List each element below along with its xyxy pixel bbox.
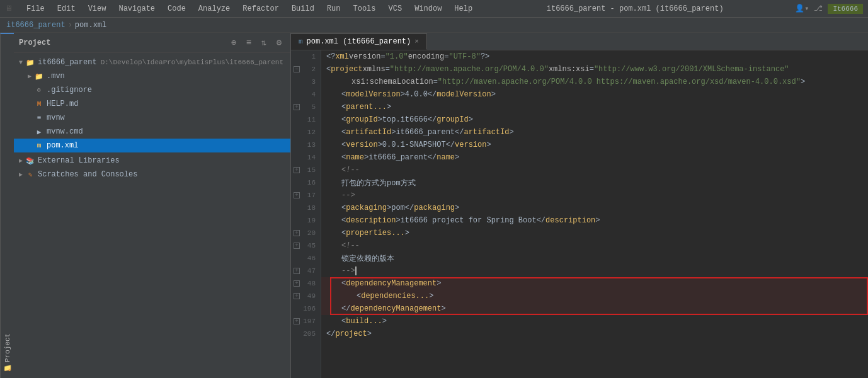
ln-3: 3 bbox=[291, 76, 321, 88]
menu-navigate[interactable]: Navigate bbox=[116, 3, 157, 14]
code-line-46: 锁定依赖的版本 bbox=[321, 252, 868, 265]
code-line-17: --> bbox=[321, 189, 868, 202]
project-tree: 📁 it6666_parent D:\Develop\IdeaPro\mybat… bbox=[14, 53, 290, 378]
root-path: D:\Develop\IdeaPro\mybatisPlus\it6666_pa… bbox=[101, 59, 283, 66]
ln-13: 13 bbox=[291, 139, 321, 151]
menu-file[interactable]: File bbox=[24, 3, 47, 14]
code-line-13: <version>0.0.1-SNAPSHOT</version> bbox=[321, 139, 868, 151]
project-panel-tab[interactable]: 📁 Project bbox=[0, 33, 14, 378]
editor-tab-pomxml[interactable]: m pom.xml (it6666_parent) × bbox=[291, 33, 427, 50]
xml-icon: m bbox=[34, 140, 44, 151]
pomxml-label: pom.xml bbox=[47, 141, 78, 150]
scratch-icon: ✎ bbox=[25, 169, 35, 180]
tree-item-help[interactable]: M HELP.md bbox=[14, 97, 290, 111]
lib-icon: 📚 bbox=[25, 156, 35, 166]
code-line-4: <modelVersion>4.0.0</modelVersion> bbox=[321, 88, 868, 101]
account-icon[interactable]: 👤▾ bbox=[795, 4, 809, 13]
ln-14: 14 bbox=[291, 151, 321, 164]
tree-root[interactable]: 📁 it6666_parent D:\Develop\IdeaPro\mybat… bbox=[14, 55, 290, 69]
menu-build[interactable]: Build bbox=[289, 3, 317, 14]
folder-icon: 📁 bbox=[34, 71, 44, 81]
fold-5[interactable]: + bbox=[294, 104, 300, 110]
code-line-49: <dependencies...> bbox=[321, 290, 868, 302]
ln-17: + 17 bbox=[291, 189, 321, 202]
ln-11: 11 bbox=[291, 113, 321, 126]
mvnwcmd-label: mvnw.cmd bbox=[47, 127, 83, 136]
code-line-5: <parent...> bbox=[321, 101, 868, 113]
menu-edit[interactable]: Edit bbox=[55, 3, 78, 14]
tree-item-mvnwcmd[interactable]: ▶ mvnw.cmd bbox=[14, 125, 290, 139]
fold-48[interactable]: + bbox=[294, 280, 300, 287]
main-layout: 📁 Project Project ⊕ ≡ ⇅ ⚙ 📁 it6666_paren… bbox=[0, 33, 868, 378]
editor-area: m pom.xml (it6666_parent) × 1 − 2 3 4 + … bbox=[291, 33, 868, 378]
user-badge[interactable]: It6666 bbox=[828, 4, 863, 14]
fold-47[interactable]: + bbox=[294, 268, 300, 274]
breadcrumb-file[interactable]: pom.xml bbox=[75, 21, 106, 30]
fold-17[interactable]: + bbox=[294, 192, 300, 198]
cmd-icon: ▶ bbox=[34, 127, 44, 137]
collapse-all-button[interactable]: ≡ bbox=[243, 37, 255, 49]
ln-48: + 48 bbox=[291, 277, 321, 290]
menu-code[interactable]: Code bbox=[165, 3, 188, 14]
code-line-1: <?xml version="1.0" encoding="UTF-8"?> bbox=[321, 50, 868, 63]
scratches-arrow[interactable] bbox=[16, 170, 25, 179]
menu-tools[interactable]: Tools bbox=[351, 3, 379, 14]
code-content[interactable]: <?xml version="1.0" encoding="UTF-8"?> <… bbox=[321, 50, 868, 378]
menu-window[interactable]: Window bbox=[412, 3, 444, 14]
project-icon: 📁 bbox=[25, 57, 35, 67]
menu-analyze[interactable]: Analyze bbox=[196, 3, 232, 14]
ln-20: + 20 bbox=[291, 227, 321, 239]
vcs-icon[interactable]: ⎇ bbox=[814, 4, 823, 13]
code-line-20: <properties...> bbox=[321, 227, 868, 239]
project-tab-label: Project bbox=[4, 333, 11, 362]
menu-vcs[interactable]: VCS bbox=[386, 3, 405, 14]
tree-item-mvn[interactable]: 📁 .mvn bbox=[14, 69, 290, 83]
tree-item-scratches[interactable]: ✎ Scratches and Consoles bbox=[14, 168, 290, 181]
code-line-47: --> bbox=[321, 265, 868, 277]
line-gutter: 1 − 2 3 4 + 5 11 12 13 14 + 15 bbox=[291, 50, 321, 378]
ln-49: + 49 bbox=[291, 290, 321, 302]
ln-197: + 197 bbox=[291, 315, 321, 328]
scratches-label: Scratches and Consoles bbox=[38, 170, 137, 179]
menu-run[interactable]: Run bbox=[324, 3, 343, 14]
code-line-2: <project xmlns="http://maven.apache.org/… bbox=[321, 63, 868, 76]
fold-49[interactable]: + bbox=[294, 293, 300, 299]
code-wrapper: <?xml version="1.0" encoding="UTF-8"?> <… bbox=[321, 50, 868, 340]
ln-45: + 45 bbox=[291, 239, 321, 252]
window-title: it6666_parent - pom.xml (it6666_parent) bbox=[475, 4, 795, 13]
fold-15[interactable]: + bbox=[294, 167, 300, 173]
fold-197[interactable]: + bbox=[294, 318, 300, 324]
fold-2[interactable]: − bbox=[294, 66, 300, 72]
ln-12: 12 bbox=[291, 126, 321, 139]
tree-item-mvnw[interactable]: ≡ mvnw bbox=[14, 111, 290, 125]
code-line-197: <build...> bbox=[321, 315, 868, 328]
fold-45[interactable]: + bbox=[294, 243, 300, 249]
breadcrumb-root[interactable]: it6666_parent bbox=[6, 21, 66, 30]
settings-button[interactable]: ⚙ bbox=[273, 37, 285, 49]
tree-item-gitignore[interactable]: ⚙ .gitignore bbox=[14, 83, 290, 97]
mvn-arrow[interactable] bbox=[25, 72, 34, 81]
tree-item-extlibs[interactable]: 📚 External Libraries bbox=[14, 154, 290, 168]
expand-button[interactable]: ⇅ bbox=[258, 37, 270, 49]
tab-bar: m pom.xml (it6666_parent) × bbox=[291, 33, 868, 50]
project-tab-icon: 📁 bbox=[3, 365, 11, 373]
locate-file-button[interactable]: ⊕ bbox=[227, 37, 240, 49]
ln-47: + 47 bbox=[291, 265, 321, 277]
ln-15: + 15 bbox=[291, 164, 321, 176]
extlibs-arrow[interactable] bbox=[16, 156, 25, 165]
tab-close-button[interactable]: × bbox=[414, 38, 419, 45]
mvn-label: .mvn bbox=[47, 72, 65, 81]
code-line-14: <name>it6666_parent</name> bbox=[321, 151, 868, 164]
menu-view[interactable]: View bbox=[86, 3, 109, 14]
ln-16: 16 bbox=[291, 176, 321, 189]
menu-refactor[interactable]: Refactor bbox=[240, 3, 282, 14]
fold-20[interactable]: + bbox=[294, 230, 300, 236]
code-line-19: <description>it6666 project for Spring B… bbox=[321, 214, 868, 227]
code-line-15: <!-- bbox=[321, 164, 868, 176]
tree-item-pomxml[interactable]: m pom.xml bbox=[14, 139, 290, 152]
menu-help[interactable]: Help bbox=[452, 3, 475, 14]
ln-18: 18 bbox=[291, 202, 321, 214]
title-right-controls: 👤▾ ⎇ It6666 bbox=[795, 4, 863, 14]
root-arrow[interactable] bbox=[16, 58, 25, 67]
git-icon: ⚙ bbox=[34, 85, 44, 95]
